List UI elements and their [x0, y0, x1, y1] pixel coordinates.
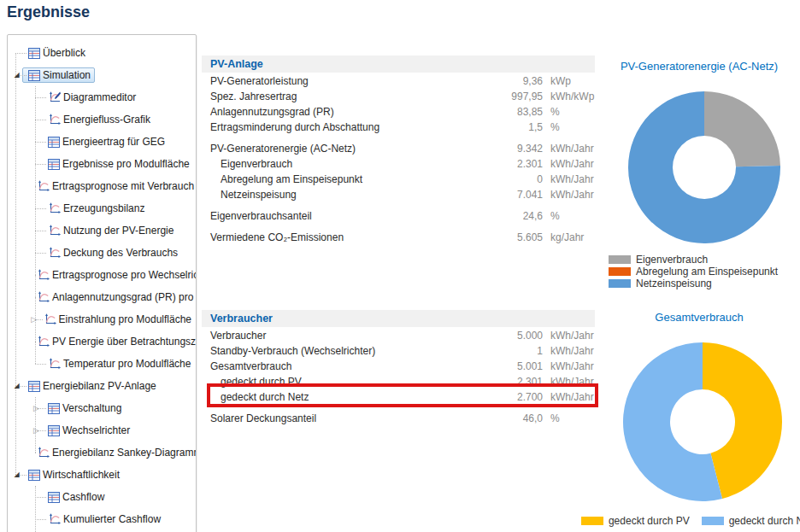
- stat-unit: kWh/Jahr: [543, 143, 595, 155]
- legend-item-eigenverbrauch: Eigenverbrauch: [609, 254, 778, 266]
- stat-label: Standby-Verbrauch (Wechselrichter): [202, 345, 483, 357]
- stat-value: 2.301: [483, 376, 543, 388]
- stat-value: 2.700: [483, 391, 543, 403]
- stat-label: Netzeinspeisung: [202, 189, 483, 201]
- legend-swatch: [702, 517, 724, 525]
- stat-row-spez-jahresertrag: Spez. Jahresertrag997,95kWh/kWp: [202, 89, 595, 104]
- pv-energy-chart-title: PV-Generatorenergie (AC-Netz): [598, 60, 800, 73]
- tree-connector: [35, 364, 46, 365]
- sidebar-item-pv-energie-über-betrachtungsze[interactable]: PV Energie über Betrachtungsze: [8, 330, 196, 353]
- chart-icon: [37, 447, 50, 459]
- chart-icon: [37, 269, 50, 281]
- sidebar-item-energieertrag-für-geg[interactable]: Energieertrag für GEG: [8, 131, 196, 153]
- stat-label: PV-Generatorleistung: [202, 75, 483, 87]
- stat-unit: kWh/Jahr: [543, 189, 595, 201]
- sidebar-item-deckung-des-verbrauchs[interactable]: Deckung des Verbrauchs: [8, 242, 196, 264]
- sidebar-item-label: Ertragsprognose pro Wechselric: [52, 269, 197, 281]
- sidebar-item-label: Deckung des Verbrauchs: [63, 247, 178, 259]
- legend-label: gedeckt durch Netz: [729, 515, 800, 527]
- sidebar-item-wechselrichter[interactable]: ▷Wechselrichter: [8, 419, 196, 441]
- legend-swatch: [581, 517, 603, 525]
- stat-unit: kWh/Jahr: [543, 391, 595, 403]
- tree-connector: [35, 231, 46, 231]
- stat-row-solarer-deckungsanteil: Solarer Deckungsanteil46,0%: [202, 411, 595, 426]
- stat-unit: kWh/Jahr: [543, 360, 595, 372]
- stat-value: 5.001: [483, 360, 543, 372]
- collapsed-arrow-icon[interactable]: ▷: [31, 405, 42, 412]
- legend-swatch: [609, 255, 631, 264]
- chart-icon: [48, 114, 61, 126]
- results-tree-panel: Überblick◢SimulationDiagrammeditorEnergi…: [7, 34, 197, 532]
- stat-unit: kg/Jahr: [543, 231, 595, 243]
- expanded-arrow-icon[interactable]: ◢: [11, 471, 22, 478]
- sidebar-item-label: Erzeugungsbilanz: [63, 202, 144, 214]
- stat-row-standby-verbrauch-wechselrichter: Standby-Verbrauch (Wechselrichter)1kWh/J…: [202, 343, 595, 359]
- sidebar-item-kumulierter-cashflow[interactable]: Kumulierter Cashflow: [8, 508, 196, 530]
- sidebar-item-überblick[interactable]: Überblick: [8, 42, 196, 64]
- tree-connector: [35, 497, 46, 498]
- sidebar-item-simulation[interactable]: ◢Simulation: [8, 64, 196, 86]
- chart-icon: [37, 336, 50, 348]
- collapsed-arrow-icon[interactable]: ▷: [31, 427, 42, 435]
- sidebar-item-anlagennutzungsgrad-pr-pro-w[interactable]: Anlagennutzungsgrad (PR) pro W: [8, 286, 196, 308]
- tree-connector: [35, 164, 46, 165]
- stat-value: 83,85: [483, 106, 543, 118]
- stat-label: Spez. Jahresertrag: [202, 91, 483, 102]
- sidebar-item-label: Cashflow: [62, 491, 104, 503]
- collapsed-arrow-icon[interactable]: ▷: [31, 316, 38, 324]
- chart-icon: [37, 180, 50, 192]
- pv-anlage-section: PV-Anlage PV-Generatorleistung9,36kWpSpe…: [202, 56, 595, 245]
- sidebar-item-energiefluss-grafik[interactable]: Energiefluss-Grafik: [8, 108, 196, 131]
- expanded-arrow-icon[interactable]: ◢: [11, 383, 22, 389]
- sidebar-item-label: Ertragsprognose mit Verbrauch: [52, 180, 194, 192]
- legend-label: gedeckt durch PV: [609, 515, 690, 527]
- stat-label: Verbraucher: [202, 330, 483, 342]
- stat-row-ertragsminderung-durch-abschattung: Ertragsminderung durch Abschattung1,5%: [202, 120, 595, 135]
- sidebar-item-label: Energiefluss-Grafik: [63, 114, 150, 126]
- legend-label: Netzeinspeisung: [636, 278, 712, 289]
- expanded-arrow-icon[interactable]: ◢: [11, 72, 22, 79]
- sidebar-item-label: Wirtschaftlichkeit: [43, 469, 120, 481]
- sidebar-item-label: Diagrammeditor: [63, 91, 136, 103]
- sidebar-item-temperatur-pro-modulfläche[interactable]: Temperatur pro Modulfläche: [8, 353, 196, 375]
- sidebar-item-label: Einstrahlung pro Modulfläche: [59, 313, 191, 325]
- sidebar-item-label: Nutzung der PV-Energie: [63, 225, 174, 237]
- table-report-icon: [28, 70, 40, 81]
- legend-item-abregelung-am-einspeisepunkt: Abregelung am Einspeisepunkt: [609, 266, 778, 278]
- stat-value: 997,95: [483, 91, 543, 102]
- sidebar-item-wirtschaftlichkeit[interactable]: ◢Wirtschaftlichkeit: [8, 464, 196, 486]
- stat-unit: %: [543, 210, 595, 222]
- sidebar-item-verschaltung[interactable]: ▷Verschaltung: [8, 397, 196, 419]
- sidebar-item-ertragsprognose-pro-wechselric[interactable]: Ertragsprognose pro Wechselric: [8, 264, 196, 286]
- sidebar-item-diagrammeditor[interactable]: Diagrammeditor: [8, 86, 196, 108]
- sidebar-tree: Überblick◢SimulationDiagrammeditorEnergi…: [8, 35, 196, 530]
- tree-connector: [35, 120, 46, 120]
- stat-row-gedeckt-durch-pv: gedeckt durch PV2.301kWh/Jahr: [202, 374, 595, 389]
- tree-connector: [35, 97, 46, 98]
- sidebar-item-nutzung-der-pv-energie[interactable]: Nutzung der PV-Energie: [8, 219, 196, 242]
- total-consumption-donut-chart: [598, 340, 800, 507]
- stat-value: 9,36: [483, 75, 543, 87]
- stat-row-vermiedene-co-emissionen: Vermiedene CO₂-Emissionen5.605kg/Jahr: [202, 230, 595, 245]
- table-report-icon: [28, 48, 40, 59]
- sidebar-item-label: Simulation: [43, 69, 91, 81]
- sidebar-item-energiebilanz-sankey-diagramm[interactable]: Energiebilanz Sankey-Diagramm: [8, 441, 196, 464]
- stat-value: 0: [483, 173, 543, 185]
- stat-unit: kWh/Jahr: [543, 376, 595, 388]
- stat-row-pv-generatorleistung: PV-Generatorleistung9,36kWp: [202, 73, 595, 89]
- sidebar-item-cashflow[interactable]: Cashflow: [8, 486, 196, 508]
- legend-item-netzeinspeisung: Netzeinspeisung: [609, 278, 778, 289]
- sidebar-item-label: Temperatur pro Modulfläche: [63, 358, 191, 370]
- sidebar-item-ergebnisse-pro-modulfläche[interactable]: Ergebnisse pro Modulfläche: [8, 153, 196, 175]
- chart-icon: [48, 202, 61, 214]
- stat-row-gesamtverbrauch: Gesamtverbrauch5.001kWh/Jahr: [202, 359, 595, 374]
- sidebar-item-einstrahlung-pro-modulfläche[interactable]: ▷Einstrahlung pro Modulfläche: [8, 308, 196, 330]
- sidebar-item-erzeugungsbilanz[interactable]: Erzeugungsbilanz: [8, 197, 196, 219]
- tree-connector: [15, 53, 26, 54]
- stat-unit: kWp: [543, 75, 595, 87]
- sidebar-item-ertragsprognose-mit-verbrauch[interactable]: Ertragsprognose mit Verbrauch: [8, 175, 196, 197]
- sidebar-item-label: Wechselrichter: [62, 424, 130, 436]
- table-report-icon: [48, 137, 60, 148]
- sidebar-item-energiebilanz-pv-anlage[interactable]: ◢Energiebilanz PV-Anlage: [8, 375, 196, 397]
- sidebar-item-label: Energiebilanz PV-Anlage: [43, 380, 156, 392]
